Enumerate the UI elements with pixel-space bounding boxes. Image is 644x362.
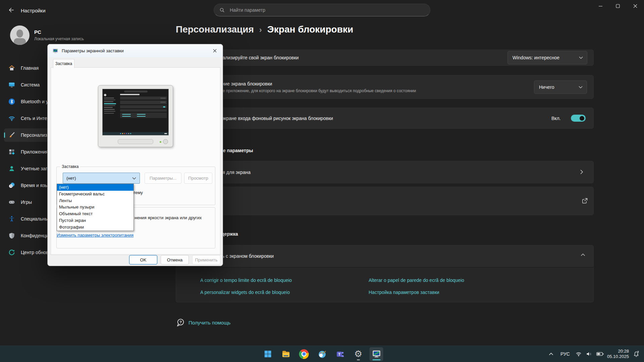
toggle-state-label: Вкл. bbox=[551, 116, 561, 121]
sidebar-item-label: Главная bbox=[21, 65, 39, 71]
apply-button[interactable]: Применить bbox=[192, 255, 220, 264]
wifi-icon bbox=[8, 115, 15, 122]
power-text-fragment: нения яркости экрана или других bbox=[135, 215, 202, 220]
power-settings-link[interactable]: Изменить параметры электропитания bbox=[57, 233, 133, 238]
screensaver-app-icon bbox=[52, 48, 58, 54]
teams-icon: T bbox=[335, 349, 345, 359]
desktop: Настройки PC Локальная учетная запись Гл… bbox=[0, 0, 644, 362]
chevron-up-icon bbox=[549, 352, 553, 356]
system-tray: РУС 20:28 05.10.2025 bbox=[546, 346, 641, 362]
notifications-button[interactable] bbox=[631, 348, 641, 360]
teams-button[interactable]: T bbox=[333, 347, 347, 361]
list-option[interactable]: Мыльные пузыри bbox=[57, 204, 133, 210]
svg-text:?: ? bbox=[179, 320, 182, 324]
cancel-button[interactable]: Отмена bbox=[161, 255, 189, 264]
gamepad-icon bbox=[8, 198, 15, 206]
list-option[interactable]: Фотографии bbox=[57, 224, 133, 231]
account-name: PC bbox=[34, 29, 84, 35]
battery-tray-button[interactable] bbox=[595, 348, 605, 360]
file-explorer-button[interactable] bbox=[279, 347, 293, 361]
start-button[interactable] bbox=[261, 347, 275, 361]
settings-app-button[interactable]: ⚙ bbox=[352, 347, 365, 361]
chrome-button[interactable] bbox=[297, 347, 311, 361]
status-app-dropdown[interactable]: Ничего bbox=[534, 80, 587, 94]
chrome-icon bbox=[299, 349, 309, 359]
dialog-titlebar[interactable]: Параметры экранной заставки bbox=[48, 44, 223, 57]
tab-screensaver[interactable]: Заставка bbox=[53, 59, 74, 68]
network-tray-button[interactable] bbox=[575, 348, 583, 360]
bell-dnd-icon bbox=[633, 350, 640, 358]
dialog-close-button[interactable] bbox=[209, 46, 220, 55]
status-sublabel: Выберите приложение, для которого на экр… bbox=[206, 88, 416, 93]
tray-overflow-button[interactable] bbox=[546, 348, 556, 360]
list-option[interactable]: Геометрический вальс bbox=[57, 191, 133, 197]
sidebar-item-label: Игры bbox=[21, 199, 32, 205]
minimize-button[interactable] bbox=[592, 0, 609, 12]
maximize-button[interactable] bbox=[609, 0, 627, 12]
screensaver-dialog: Параметры экранной заставки Заставка bbox=[47, 44, 223, 266]
dropdown-value: Ничего bbox=[539, 84, 554, 90]
monitor-power-led bbox=[160, 141, 161, 143]
search-icon bbox=[219, 7, 225, 13]
help-expander-row[interactable]: Помощь с экраном блокировки bbox=[176, 245, 594, 267]
screensaver-app-icon bbox=[372, 349, 381, 359]
chevron-down-icon bbox=[579, 86, 583, 88]
running-indicator bbox=[357, 359, 360, 360]
account-card[interactable]: PC Локальная учетная запись bbox=[10, 25, 84, 45]
get-help-icon: ? bbox=[176, 318, 185, 327]
app-title: Настройки bbox=[21, 8, 46, 13]
search-input[interactable] bbox=[229, 7, 412, 13]
screensaver-settings-button[interactable]: Параметры... bbox=[145, 173, 181, 184]
update-icon bbox=[8, 249, 15, 256]
windows-start-icon bbox=[263, 350, 272, 358]
help-link-4[interactable]: Настройка параметров заставки bbox=[369, 290, 439, 295]
back-button[interactable] bbox=[5, 5, 17, 15]
screensaver-option-list: (нет) Геометрический вальс Ленты Мыльные… bbox=[57, 184, 134, 231]
help-links-panel: A corrigir o tempo limite do ecrã de blo… bbox=[176, 267, 594, 302]
list-option[interactable]: (нет) bbox=[57, 184, 133, 191]
screen-timeout-row[interactable]: Время ожидания для экрана bbox=[176, 161, 594, 183]
toggle-knob bbox=[580, 116, 584, 121]
combobox-value: (нет) bbox=[66, 176, 76, 181]
active-window-indicator bbox=[372, 359, 380, 360]
monitor-screen bbox=[102, 89, 169, 135]
accessibility-icon bbox=[8, 215, 15, 223]
language-indicator[interactable]: РУС bbox=[558, 348, 572, 360]
breadcrumb-personalization[interactable]: Персонализация bbox=[176, 24, 254, 35]
sidebar-item-label: Система bbox=[21, 82, 40, 87]
help-link-2[interactable]: Alterar o papel de parede do ecrã de blo… bbox=[369, 278, 464, 283]
sidebar-item-label: Время и язык bbox=[21, 183, 50, 188]
show-background-toggle[interactable] bbox=[571, 115, 586, 122]
list-option[interactable]: Объемный текст bbox=[57, 210, 133, 217]
wifi-icon bbox=[575, 351, 582, 357]
shield-icon bbox=[8, 232, 15, 239]
list-option[interactable]: Пустой экран bbox=[57, 217, 133, 224]
external-link-icon bbox=[581, 197, 588, 204]
search-box[interactable] bbox=[214, 4, 430, 16]
tray-clock[interactable]: 20:28 05.10.2025 bbox=[607, 349, 629, 359]
help-link-3[interactable]: A personalizar widgets do ecrã de bloque… bbox=[200, 290, 290, 295]
screensaver-preview-button[interactable]: Просмотр bbox=[184, 173, 212, 184]
system-icon bbox=[8, 81, 15, 88]
chevron-up-icon bbox=[581, 253, 585, 256]
screensaver-dialog-taskbar-button[interactable] bbox=[370, 347, 383, 361]
screensaver-row[interactable] bbox=[176, 187, 594, 215]
get-help-row[interactable]: ? Получить помощь bbox=[176, 318, 230, 327]
list-option[interactable]: Ленты bbox=[57, 197, 133, 204]
monitor-stand bbox=[118, 139, 153, 144]
ok-button[interactable]: OK bbox=[129, 255, 157, 264]
lockscreen-mode-dropdown[interactable]: Windows: интересное bbox=[507, 51, 587, 64]
taskbar: T ⚙ РУС bbox=[0, 346, 644, 362]
help-link-1[interactable]: A corrigir o tempo limite do ecrã de blo… bbox=[200, 278, 292, 283]
close-button[interactable] bbox=[627, 0, 644, 12]
dialog-button-strip: OK Отмена Применить bbox=[48, 254, 223, 266]
paint-button[interactable] bbox=[315, 347, 329, 361]
apps-icon bbox=[8, 148, 15, 156]
chevron-down-icon bbox=[132, 177, 136, 180]
tray-date: 05.10.2025 bbox=[607, 354, 629, 359]
person-icon bbox=[8, 165, 15, 172]
screensaver-combobox[interactable]: (нет) bbox=[63, 173, 140, 184]
page-title: Экран блокировки bbox=[267, 24, 353, 35]
volume-tray-button[interactable] bbox=[585, 348, 593, 360]
battery-charging-icon bbox=[596, 351, 604, 357]
